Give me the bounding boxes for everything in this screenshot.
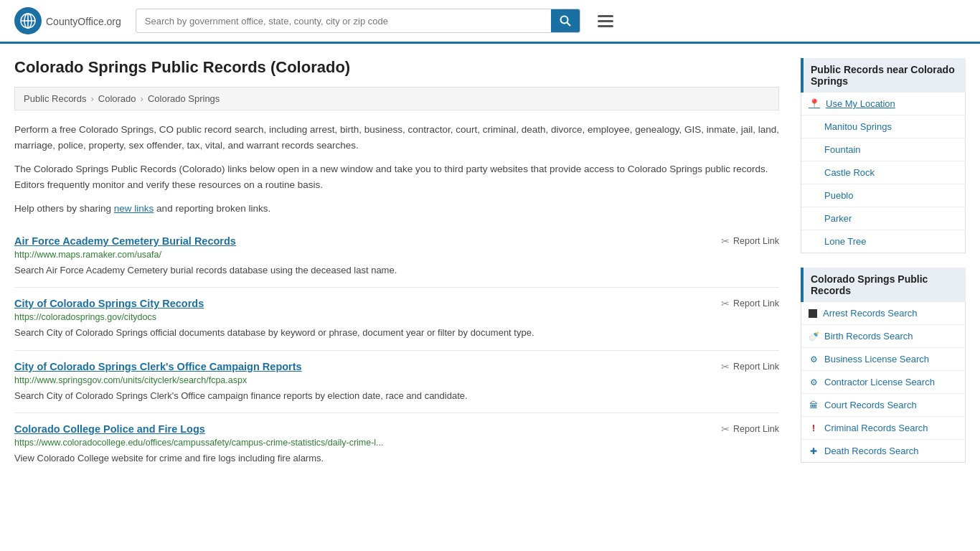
record-header-0: Air Force Academy Cemetery Burial Record… <box>14 235 779 247</box>
logo-icon <box>14 7 42 34</box>
criminal-icon: ! <box>809 423 819 433</box>
nearby-label-2: Fountain <box>824 144 861 155</box>
sidebar-item-use-location[interactable]: 📍 Use My Location <box>801 93 965 116</box>
record-entry-1: City of Colorado Springs City Records ✂ … <box>14 288 779 351</box>
record-url-0[interactable]: http://www.maps.ramaker.com/usafa/ <box>14 250 779 260</box>
nearby-label-6: Lone Tree <box>824 236 867 247</box>
nearby-section: Public Records near Colorado Springs 📍 U… <box>801 58 966 253</box>
record-title-0[interactable]: Air Force Academy Cemetery Burial Record… <box>14 235 236 247</box>
record-desc-1: Search City of Colorado Springs official… <box>14 326 779 340</box>
svg-point-4 <box>560 17 567 24</box>
logo-text: CountyOffice.org <box>46 14 121 29</box>
description-3: Help others by sharing new links and rep… <box>14 201 779 217</box>
hamburger-line <box>598 25 613 27</box>
records-label-2: Business License Search <box>824 354 929 364</box>
breadcrumb-sep-1: › <box>90 93 93 104</box>
report-link-0[interactable]: ✂ Report Link <box>721 235 779 247</box>
breadcrumb-colorado[interactable]: Colorado <box>98 93 136 104</box>
report-label-1: Report Link <box>733 298 779 309</box>
record-entry-2: City of Colorado Springs Clerk's Office … <box>14 351 779 414</box>
record-url-3[interactable]: https://www.coloradocollege.edu/offices/… <box>14 438 779 448</box>
report-icon-0: ✂ <box>721 235 730 247</box>
menu-button[interactable] <box>595 12 616 30</box>
record-title-1[interactable]: City of Colorado Springs City Records <box>14 298 204 309</box>
sidebar-item-business[interactable]: ⚙ Business License Search <box>801 348 965 371</box>
record-title-3[interactable]: Colorado College Police and Fire Logs <box>14 423 205 435</box>
record-header-1: City of Colorado Springs City Records ✂ … <box>14 298 779 309</box>
record-entry-3: Colorado College Police and Fire Logs ✂ … <box>14 413 779 476</box>
nearby-label-4: Pueblo <box>824 190 853 201</box>
nearby-label-5: Parker <box>824 213 852 224</box>
record-desc-3: View Colorado College website for crime … <box>14 451 779 466</box>
sidebar-item-death[interactable]: ✚ Death Records Search <box>801 440 965 462</box>
records-label-3: Contractor License Search <box>824 377 935 387</box>
nearby-section-title: Public Records near Colorado Springs <box>801 58 966 93</box>
breadcrumb-current: Colorado Springs <box>148 93 220 104</box>
report-icon-3: ✂ <box>721 423 730 435</box>
record-entry-0: Air Force Academy Cemetery Burial Record… <box>14 225 779 288</box>
record-url-1[interactable]: https://coloradosprings.gov/citydocs <box>14 312 779 322</box>
new-links-link[interactable]: new links <box>114 203 154 214</box>
report-link-2[interactable]: ✂ Report Link <box>721 361 779 372</box>
records-label-1: Birth Records Search <box>824 331 913 342</box>
description-1: Perform a free Colorado Springs, CO publ… <box>14 122 779 153</box>
hamburger-line <box>598 15 613 17</box>
sidebar-item-pueblo[interactable]: Pueblo <box>801 184 965 207</box>
sidebar-item-castle-rock[interactable]: Castle Rock <box>801 161 965 184</box>
sidebar: Public Records near Colorado Springs 📍 U… <box>801 58 966 477</box>
records-label-6: Death Records Search <box>824 446 919 456</box>
sidebar-item-criminal[interactable]: ! Criminal Records Search <box>801 417 965 440</box>
report-link-1[interactable]: ✂ Report Link <box>721 298 779 309</box>
search-input[interactable] <box>136 10 551 32</box>
cs-records-list: Arrest Records Search 🍼 Birth Records Se… <box>801 302 966 463</box>
cs-records-section: Colorado Springs Public Records Arrest R… <box>801 268 966 463</box>
record-url-2[interactable]: http://www.springsgov.com/units/citycler… <box>14 375 779 385</box>
arrest-icon <box>809 309 817 318</box>
records-label-0: Arrest Records Search <box>823 308 918 319</box>
breadcrumb-sep-2: › <box>141 93 143 104</box>
breadcrumb: Public Records › Colorado › Colorado Spr… <box>14 87 779 110</box>
report-icon-2: ✂ <box>721 361 730 372</box>
main-layout: Colorado Springs Public Records (Colorad… <box>0 44 980 491</box>
logo-link[interactable]: CountyOffice.org <box>14 7 121 34</box>
report-label-2: Report Link <box>733 362 779 372</box>
use-location-label: Use My Location <box>826 98 895 109</box>
pin-icon: 📍 <box>809 98 820 109</box>
sidebar-item-contractor[interactable]: ⚙ Contractor License Search <box>801 371 965 394</box>
death-icon: ✚ <box>809 446 819 456</box>
sidebar-item-parker[interactable]: Parker <box>801 207 965 230</box>
search-button[interactable] <box>551 9 580 32</box>
records-label-5: Criminal Records Search <box>824 423 928 433</box>
page-title: Colorado Springs Public Records (Colorad… <box>14 58 779 77</box>
description-2: The Colorado Springs Public Records (Col… <box>14 161 779 192</box>
report-label-0: Report Link <box>733 236 779 246</box>
records-label-4: Court Records Search <box>824 400 917 410</box>
cs-records-section-title: Colorado Springs Public Records <box>801 268 966 302</box>
sidebar-item-manitou[interactable]: Manitou Springs <box>801 116 965 138</box>
description-3-post: and reporting broken links. <box>154 203 270 214</box>
search-bar <box>136 9 580 33</box>
record-header-2: City of Colorado Springs Clerk's Office … <box>14 361 779 372</box>
record-desc-2: Search City of Colorado Springs Clerk's … <box>14 389 779 403</box>
breadcrumb-public-records[interactable]: Public Records <box>24 93 86 104</box>
record-desc-0: Search Air Force Academy Cemetery burial… <box>14 263 779 278</box>
nearby-label-3: Castle Rock <box>824 167 875 178</box>
sidebar-item-fountain[interactable]: Fountain <box>801 138 965 161</box>
nearby-list: 📍 Use My Location Manitou Springs Founta… <box>801 93 966 253</box>
sidebar-item-court[interactable]: 🏛 Court Records Search <box>801 394 965 417</box>
report-label-3: Report Link <box>733 424 779 434</box>
nearby-label-1: Manitou Springs <box>824 121 892 132</box>
report-link-3[interactable]: ✂ Report Link <box>721 423 779 435</box>
sidebar-item-lone-tree[interactable]: Lone Tree <box>801 230 965 253</box>
record-header-3: Colorado College Police and Fire Logs ✂ … <box>14 423 779 435</box>
report-icon-1: ✂ <box>721 298 730 309</box>
court-icon: 🏛 <box>809 400 819 410</box>
record-title-2[interactable]: City of Colorado Springs Clerk's Office … <box>14 361 302 372</box>
svg-line-5 <box>567 23 570 27</box>
site-header: CountyOffice.org <box>0 0 980 44</box>
sidebar-item-birth[interactable]: 🍼 Birth Records Search <box>801 325 965 348</box>
hamburger-line <box>598 20 613 22</box>
records-list: Air Force Academy Cemetery Burial Record… <box>14 225 779 476</box>
business-icon: ⚙ <box>809 354 819 364</box>
sidebar-item-arrest[interactable]: Arrest Records Search <box>801 302 965 325</box>
